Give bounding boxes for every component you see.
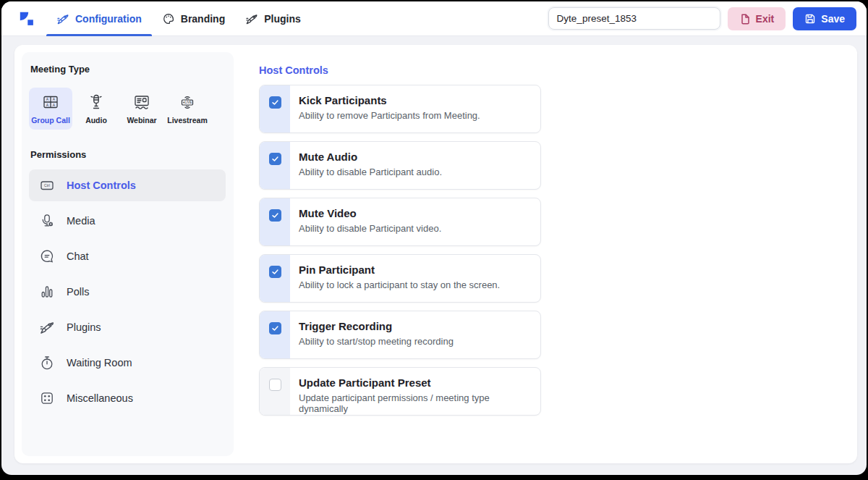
page-title: Host Controls <box>259 64 548 76</box>
permission-description: Ability to disable Participant audio. <box>299 167 442 177</box>
sidebar-item-polls[interactable]: Polls <box>29 276 226 308</box>
tab-branding[interactable]: Branding <box>152 1 235 36</box>
checkbox-strip <box>260 311 290 358</box>
pin-participant-checkbox[interactable] <box>269 266 281 278</box>
permission-description: Ability to lock a participant to stay on… <box>299 279 500 290</box>
exit-button-label: Exit <box>756 13 775 25</box>
ctrl-key-icon: Ctrl <box>39 177 55 193</box>
sidebar-item-label: Host Controls <box>67 180 136 191</box>
sidebar-item-miscellaneous[interactable]: Miscellaneous <box>29 382 226 414</box>
tab-label: Plugins <box>264 13 301 25</box>
meeting-type-label: Webinar <box>127 116 156 125</box>
sidebar-item-label: Miscellaneous <box>67 392 133 404</box>
app-window: Configuration Branding <box>1 1 867 475</box>
checkbox-strip <box>260 142 290 189</box>
svg-text:Ctrl: Ctrl <box>44 183 50 188</box>
mute-video-checkbox[interactable] <box>269 209 281 222</box>
svg-text:A: A <box>53 102 56 106</box>
checkbox-strip <box>260 255 290 302</box>
mute-audio-checkbox[interactable] <box>269 153 281 165</box>
permission-title: Mute Video <box>299 207 441 219</box>
dyte-logo-icon <box>17 9 36 28</box>
permission-card-pin-participant: Pin Participant Ability to lock a partic… <box>259 254 541 303</box>
grid-dots-icon <box>39 390 55 406</box>
check-icon <box>271 98 279 106</box>
check-icon <box>271 268 279 276</box>
update-participant-preset-checkbox[interactable] <box>269 379 281 391</box>
permission-title: Pin Participant <box>299 264 500 276</box>
sidebar-item-label: Media <box>67 215 95 227</box>
permission-title: Mute Audio <box>299 151 442 163</box>
nav-tabs: Configuration Branding <box>46 1 311 36</box>
meeting-type-webinar[interactable]: Webinar <box>120 88 163 130</box>
checkbox-strip <box>260 368 290 415</box>
permission-description: Ability to disable Participant video. <box>299 223 441 234</box>
meeting-type-options: A A A A Group Call Audio <box>29 88 226 130</box>
main-panel: Host Controls Kick Participants Ability … <box>259 64 548 424</box>
rocket-icon <box>39 319 55 335</box>
permission-card-mute-video: Mute Video Ability to disable Participan… <box>259 198 541 246</box>
top-navbar: Configuration Branding <box>1 1 867 36</box>
tab-plugins[interactable]: Plugins <box>235 1 311 36</box>
mic-gear-icon <box>39 213 55 229</box>
meeting-type-group-call[interactable]: A A A A Group Call <box>29 88 72 130</box>
kick-participants-checkbox[interactable] <box>269 96 281 109</box>
rocket-icon <box>245 12 258 25</box>
sidebar: Meeting Type A A A A Group Call <box>22 52 234 456</box>
sidebar-item-plugins[interactable]: Plugins <box>29 311 226 343</box>
preset-name-input[interactable] <box>548 7 720 30</box>
tab-configuration[interactable]: Configuration <box>46 1 152 36</box>
permissions-heading: Permissions <box>30 149 226 160</box>
tab-label: Configuration <box>75 13 142 25</box>
sidebar-item-chat[interactable]: Chat <box>29 240 226 272</box>
permission-card-trigger-recording: Trigger Recording Ability to start/stop … <box>259 311 541 359</box>
meeting-type-label: Group Call <box>31 116 70 125</box>
palette-icon <box>162 12 175 25</box>
sidebar-item-label: Polls <box>67 286 89 298</box>
navbar-actions: Exit Save <box>548 7 858 30</box>
webinar-screen-icon <box>132 93 151 111</box>
permission-description: Update participant permissions / meeting… <box>299 392 530 414</box>
trigger-recording-checkbox[interactable] <box>269 322 281 334</box>
check-icon <box>271 211 279 219</box>
microphone-icon <box>87 93 106 111</box>
bar-chart-icon <box>39 284 55 300</box>
sidebar-item-label: Waiting Room <box>67 357 132 369</box>
content-card: Meeting Type A A A A Group Call <box>14 45 857 463</box>
meeting-type-livestream[interactable]: LIVE Livestream <box>166 88 209 130</box>
check-icon <box>271 324 279 332</box>
meeting-type-heading: Meeting Type <box>30 64 226 75</box>
checkbox-strip <box>260 198 290 245</box>
document-icon <box>739 13 751 25</box>
sidebar-item-waiting-room[interactable]: Waiting Room <box>29 347 226 379</box>
group-call-grid-icon: A A A A <box>41 93 60 111</box>
floppy-disk-icon <box>804 13 816 25</box>
permission-card-update-participant-preset: Update Participant Preset Update partici… <box>259 367 541 416</box>
svg-text:A: A <box>53 97 56 101</box>
permission-title: Trigger Recording <box>299 320 454 332</box>
permission-description: Ability to remove Participants from Meet… <box>299 110 480 121</box>
permission-card-kick-participants: Kick Participants Ability to remove Part… <box>259 85 541 133</box>
meeting-type-audio[interactable]: Audio <box>75 88 118 130</box>
stopwatch-icon <box>39 355 55 371</box>
exit-button[interactable]: Exit <box>728 7 786 30</box>
svg-text:A: A <box>46 97 49 101</box>
meeting-type-label: Livestream <box>167 116 207 125</box>
live-badge-icon: LIVE <box>178 93 197 111</box>
permission-card-mute-audio: Mute Audio Ability to disable Participan… <box>259 141 541 190</box>
checkbox-strip <box>260 85 290 132</box>
sidebar-item-label: Plugins <box>67 321 101 333</box>
chat-bubble-icon <box>39 248 55 264</box>
save-button[interactable]: Save <box>793 7 856 30</box>
sidebar-item-host-controls[interactable]: Ctrl Host Controls <box>29 169 226 201</box>
permission-title: Update Participant Preset <box>299 376 530 389</box>
tab-label: Branding <box>181 13 225 25</box>
permission-description: Ability to start/stop meeting recording <box>299 336 454 347</box>
check-icon <box>271 155 279 163</box>
sidebar-item-media[interactable]: Media <box>29 205 226 237</box>
permissions-nav: Ctrl Host Controls Media <box>29 169 226 414</box>
rocket-icon <box>56 12 69 25</box>
permission-title: Kick Participants <box>299 94 480 106</box>
meeting-type-label: Audio <box>85 116 107 125</box>
svg-text:A: A <box>46 102 49 106</box>
